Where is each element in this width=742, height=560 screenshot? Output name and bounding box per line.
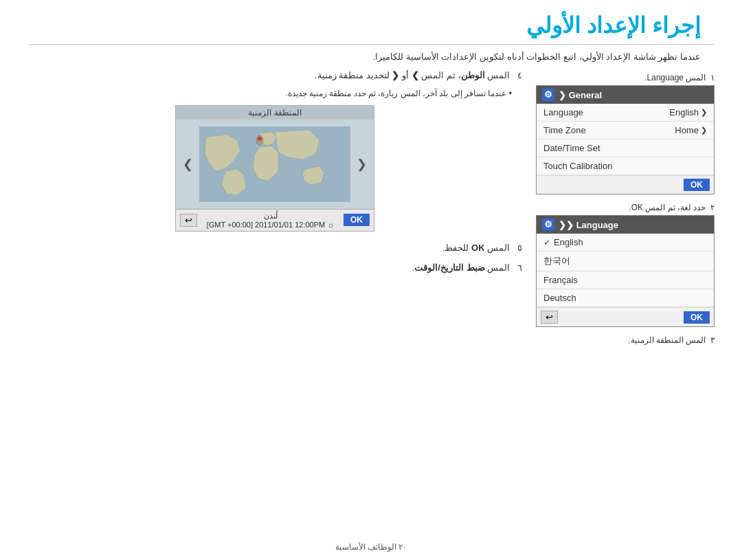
gear-icon-2: ⚙: [542, 219, 554, 231]
korean-label: 한국어: [543, 255, 570, 267]
map-arrow-left[interactable]: ❮: [179, 153, 196, 175]
map-city: لُندن: [197, 212, 344, 221]
map-widget: المنطقة الزمنية ❮: [175, 105, 374, 232]
lang-item-english[interactable]: ✓ English: [537, 234, 714, 251]
language-chevron: ❯: [701, 108, 707, 117]
step-4-bullet: عندما تسافر إلى بلد آخر، المس زيارة، ثم …: [27, 89, 522, 98]
german-label: Deutsch: [543, 293, 576, 303]
timezone-chevron: ❯: [701, 126, 707, 135]
general-ok-button[interactable]: OK: [684, 179, 710, 191]
gear-icon: ⚙: [542, 89, 554, 101]
language-panel: ⚙ ❯❯ Language ✓ English 한국어 Français Deu…: [536, 215, 715, 327]
step-2-annotation: ٢ حدد لغة، ثم المس OK.: [536, 203, 715, 212]
step-3-annotation: ٣ المس المنطقة الزمنية.: [536, 335, 715, 345]
language-panel-footer: ↩ OK: [537, 307, 714, 326]
timezone-row-label: Time Zone: [543, 125, 586, 135]
english-checkmark: ✓: [543, 238, 550, 247]
map-datetime: [GMT +00:00] 2011/01/01 12:00PM ☼: [197, 221, 344, 229]
page-title: إجراء الإعداد الأولي: [0, 0, 742, 44]
language-back-button[interactable]: ↩: [541, 311, 558, 324]
timezone-row-value: Home ❯: [675, 125, 707, 135]
map-back-button[interactable]: ↩: [180, 214, 197, 227]
world-map-svg: [199, 126, 350, 202]
map-body: ❮: [176, 120, 374, 209]
step-4-text: ٤ المس الوطن، ثم المس ❯ أو ❮ لتحديد منطق…: [27, 69, 522, 83]
general-panel-header: ⚙ ❯ General: [537, 86, 714, 104]
lang-item-korean[interactable]: 한국어: [537, 251, 714, 271]
page-number: ٢٠ الوظائف الأساسية: [0, 542, 742, 552]
step-5-number: ٥: [517, 243, 522, 253]
map-footer-info: لُندن [GMT +00:00] 2011/01/01 12:00PM ☼: [197, 212, 344, 229]
general-panel-footer: OK: [537, 175, 714, 194]
datetime-row[interactable]: Date/Time Set: [537, 139, 714, 157]
touch-calibration-label: Touch Calibration: [543, 161, 612, 171]
general-panel-title: ❯ General: [559, 90, 602, 100]
language-row[interactable]: Language English ❯: [537, 104, 714, 122]
step-6-number: ٦: [517, 262, 522, 273]
lang-item-french[interactable]: Français: [537, 271, 714, 289]
lang-item-german[interactable]: Deutsch: [537, 289, 714, 307]
language-row-label: Language: [543, 107, 583, 117]
french-label: Français: [543, 275, 578, 285]
right-column: ١ المس Language. ⚙ ❯ General Language En…: [536, 69, 715, 348]
map-ok-button[interactable]: OK: [344, 214, 370, 226]
language-ok-button[interactable]: OK: [684, 311, 710, 324]
step-4-number: ٤: [517, 70, 522, 80]
left-column: ٤ المس الوطن، ثم المس ❯ أو ❮ لتحديد منطق…: [27, 69, 522, 348]
language-panel-title: ❯❯ Language: [559, 220, 618, 230]
language-row-value: English ❯: [669, 107, 707, 117]
step-6-text: ٦ المس ضبط التاريخ/الوقت.: [27, 261, 522, 276]
map-header: المنطقة الزمنية: [176, 106, 374, 120]
svg-point-2: [258, 137, 262, 141]
touch-calibration-row[interactable]: Touch Calibration: [537, 157, 714, 175]
datetime-row-label: Date/Time Set: [543, 143, 600, 153]
general-panel: ⚙ ❯ General Language English ❯ Time Zone…: [536, 85, 715, 194]
subtitle: عندما تظهر شاشة الإعداد الأولي، اتبع الخ…: [0, 45, 742, 69]
map-footer: ↩ لُندن [GMT +00:00] 2011/01/01 12:00PM …: [176, 209, 374, 231]
language-panel-header: ⚙ ❯❯ Language: [537, 216, 714, 234]
english-label: English: [554, 237, 583, 247]
map-arrow-right[interactable]: ❯: [353, 153, 370, 175]
step-5-text: ٥ المس OK للحفظ.: [27, 241, 522, 256]
step-1-annotation: ١ المس Language.: [536, 73, 715, 82]
timezone-row[interactable]: Time Zone Home ❯: [537, 122, 714, 139]
